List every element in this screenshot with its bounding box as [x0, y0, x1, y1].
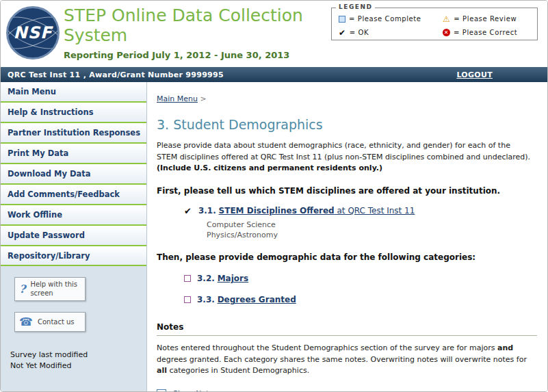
- intro-text: Please provide data about student demogr…: [157, 141, 530, 161]
- please-review-icon: ⚠: [443, 15, 450, 23]
- sidebar-item-work-offline[interactable]: Work Offline: [1, 205, 146, 226]
- main-content: Main Menu > 3. Student Demographics Plea…: [147, 82, 548, 391]
- edit-note-icon: ✎: [157, 389, 166, 392]
- sidebar-item-download-my-data[interactable]: Download My Data: [1, 164, 146, 185]
- legend-item-ok: ✔ = OK: [339, 28, 443, 37]
- survey-last-modified-value: Not Yet Modified: [10, 361, 146, 371]
- legend-title: LEGEND: [336, 3, 375, 10]
- sidebar-item-update-password[interactable]: Update Password: [1, 226, 146, 246]
- notes-heading: Notes: [157, 322, 537, 336]
- item-3-3-text: 3.3. Degrees Granted: [197, 295, 296, 304]
- nsf-logo: NSF: [6, 6, 60, 60]
- legend-item-label: = Please Review: [454, 15, 517, 23]
- legend-item-label: = Please Complete: [349, 15, 421, 23]
- notes-paragraph: Notes entered throughout the Student Dem…: [157, 343, 532, 377]
- please-complete-icon: [339, 16, 345, 23]
- item-3-1-number: 3.1.: [198, 206, 216, 215]
- intro-bold-text: (Include U.S. citizens and permanent res…: [157, 164, 382, 172]
- show-notes-link[interactable]: Show Notes: [172, 389, 216, 392]
- help-with-screen-button[interactable]: ? Help with this screen: [14, 277, 86, 301]
- intro-paragraph: Please provide data about student demogr…: [157, 140, 532, 174]
- nsf-logo-text: NSF: [14, 23, 53, 42]
- section1-heading: First, please tell us which STEM discipl…: [157, 186, 537, 196]
- item-3-3-status-incomplete-icon: [184, 296, 191, 303]
- breadcrumb: Main Menu >: [157, 94, 537, 103]
- legend-item-label: = Please Correct: [454, 29, 517, 36]
- legend-item-complete: = Please Complete: [339, 14, 443, 23]
- majors-link[interactable]: Majors: [218, 274, 248, 283]
- sidebar-item-print-my-data[interactable]: Print My Data: [1, 144, 146, 164]
- app-window: NSF STEP Online Data Collection System R…: [0, 0, 548, 392]
- logout-link[interactable]: LOGOUT: [456, 70, 493, 79]
- sidebar-item-repository-library[interactable]: Repository/Library: [1, 246, 146, 267]
- item-3-2-number: 3.2.: [197, 274, 215, 283]
- sidebar-item-help-instructions[interactable]: Help & Instructions: [1, 103, 146, 123]
- sidebar-item-main-menu[interactable]: Main Menu: [1, 82, 146, 103]
- majors-link-label: Majors: [218, 274, 248, 283]
- notes-bold-all: all: [157, 366, 167, 375]
- degrees-granted-link[interactable]: Degrees Granted: [218, 295, 296, 304]
- page-title: 3. Student Demographics: [157, 117, 537, 132]
- legend-box: LEGEND = Please Complete ⚠ = Please Revi…: [331, 8, 538, 40]
- item-3-1-text: 3.1. STEM Disciplines Offered at QRC Tes…: [198, 206, 415, 215]
- stem-disciplines-offered-link[interactable]: STEM Disciplines Offered at QRC Test Ins…: [219, 206, 415, 215]
- degrees-granted-link-label: Degrees Granted: [218, 295, 296, 304]
- breadcrumb-main-menu-link[interactable]: Main Menu: [157, 94, 198, 103]
- question-mark-icon: ?: [19, 283, 25, 296]
- discipline-list: Computer Science Physics/Astronomy: [207, 220, 537, 241]
- item-3-2-row: 3.2. Majors: [184, 274, 537, 283]
- item-3-1-row: ✔ 3.1. STEM Disciplines Offered at QRC T…: [184, 206, 537, 216]
- item-3-2-text: 3.2. Majors: [197, 274, 248, 283]
- survey-last-modified-label: Survey last modified: [10, 350, 146, 360]
- survey-last-modified: Survey last modified Not Yet Modified: [10, 350, 146, 371]
- legend-item-label: = OK: [350, 29, 369, 36]
- discipline-item: Physics/Astronomy: [207, 230, 537, 241]
- notes-bold-and: and: [497, 343, 513, 352]
- sidebar-item-partner-institution-responses[interactable]: Partner Institution Responses: [1, 123, 146, 144]
- help-with-screen-label: Help with this screen: [30, 280, 81, 298]
- stem-disciplines-offered-link-rest: at QRC Test Inst 11: [335, 206, 415, 215]
- breadcrumb-separator: >: [200, 94, 206, 103]
- notes-text-part2: degrees granted. Each category shares th…: [157, 355, 527, 364]
- legend-item-correct: ✕ = Please Correct: [443, 28, 532, 37]
- notes-text-part1: Notes entered throughout the Student Dem…: [157, 343, 497, 352]
- phone-icon: ☎: [19, 315, 33, 328]
- contact-us-button[interactable]: ☎ Contact us: [14, 312, 86, 332]
- legend-item-review: ⚠ = Please Review: [443, 14, 532, 23]
- sidebar-item-add-comments-feedback[interactable]: Add Comments/Feedback: [1, 185, 146, 205]
- sidebar: Main Menu Help & Instructions Partner In…: [1, 82, 147, 391]
- institution-bar: QRC Test Inst 11 , Award/Grant Number 99…: [1, 67, 547, 82]
- stem-disciplines-offered-link-bold: STEM Disciplines Offered: [219, 206, 335, 215]
- item-3-2-status-incomplete-icon: [184, 275, 191, 282]
- reporting-period: Reporting Period July 1, 2012 - June 30,…: [64, 50, 547, 60]
- item-3-1-status-check-icon: ✔: [184, 206, 192, 216]
- ok-check-icon: ✔: [339, 29, 346, 37]
- item-3-3-number: 3.3.: [197, 295, 215, 304]
- discipline-item: Computer Science: [207, 220, 537, 231]
- header: NSF STEP Online Data Collection System R…: [1, 1, 547, 67]
- body: Main Menu Help & Instructions Partner In…: [1, 82, 547, 391]
- contact-us-label: Contact us: [38, 318, 75, 327]
- show-notes-row: ✎ Show Notes: [157, 389, 537, 392]
- item-3-3-row: 3.3. Degrees Granted: [184, 295, 537, 304]
- notes-text-part3: categories in Student Demographics.: [167, 366, 309, 375]
- institution-award-label: QRC Test Inst 11 , Award/Grant Number 99…: [8, 70, 224, 79]
- section2-heading: Then, please provide demographic data fo…: [157, 252, 537, 262]
- please-correct-icon: ✕: [443, 29, 450, 36]
